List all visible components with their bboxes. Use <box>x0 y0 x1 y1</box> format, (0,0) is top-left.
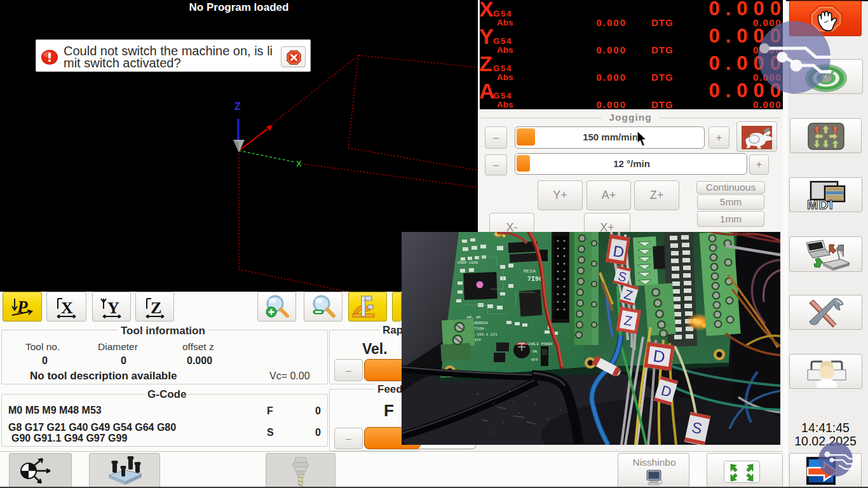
svg-text:Z: Z <box>234 101 241 112</box>
svg-text:X: X <box>61 299 73 317</box>
svg-text:MESA: MESA <box>524 268 536 274</box>
svg-text:USER LEDS: USER LEDS <box>458 261 478 265</box>
svg-text:Z: Z <box>151 299 161 317</box>
svg-text:MDI: MDI <box>807 197 834 211</box>
svg-text:ON: ON <box>532 349 538 354</box>
svg-text:W4, W5: W4, W5 <box>467 315 481 320</box>
svg-text:7I96: 7I96 <box>527 276 543 283</box>
svg-text:CABLE POWER: CABLE POWER <box>527 342 553 346</box>
svg-text:OFF: OFF <box>531 358 538 362</box>
svg-text:X: X <box>296 159 302 168</box>
svg-text:Y: Y <box>107 299 119 317</box>
